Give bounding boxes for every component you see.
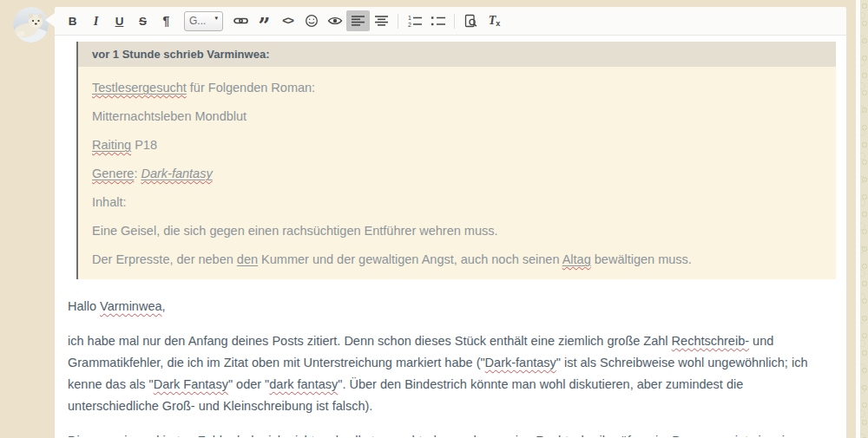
text-run: Die von mir markierten Fehler habe ich n… <box>68 434 806 437</box>
link-button[interactable] <box>229 10 253 31</box>
ordered-list-icon: 1 2 <box>408 15 422 27</box>
page-search-icon <box>464 14 477 28</box>
paragraph: Inhalt: <box>92 193 822 211</box>
svg-text:2: 2 <box>408 22 411 27</box>
paragraph: Raiting P18 <box>92 136 822 154</box>
svg-text:1: 1 <box>408 15 411 21</box>
text-run: für Folgenden Roman: <box>187 81 315 95</box>
page-background-pattern <box>860 0 868 438</box>
comment-bubble-tail <box>45 13 55 27</box>
quote-button[interactable]: ” <box>253 10 276 31</box>
toolbar-separator <box>454 14 455 29</box>
preview-button[interactable] <box>323 10 346 31</box>
marked-word: Genere <box>92 167 134 180</box>
user-avatar[interactable] <box>13 7 49 42</box>
text-run: Hallo <box>68 299 100 313</box>
marked-word: Raiting <box>92 138 131 152</box>
paragraph: Mitternachtsleben Mondblut <box>92 108 822 125</box>
align-center-button[interactable] <box>370 10 393 31</box>
quote-citation-header[interactable]: vor 1 Stunde schrieb Varminwea: <box>78 42 836 67</box>
paragraph: Genere: Dark-fantasy <box>92 165 822 182</box>
marked-word: Dark-fantasy <box>485 356 556 369</box>
reply-text: Hallo Varminwea,ich habe mal nur den Anf… <box>68 296 836 437</box>
text-run: P18 <box>131 138 157 152</box>
text-run: Kummer und der gewaltigen Angst, auch no… <box>258 252 562 266</box>
remove-format-x: x <box>496 19 500 28</box>
polar-bear-photo-avatar <box>13 7 49 42</box>
text-run: Inhalt: <box>92 195 127 209</box>
text-run: , <box>162 299 166 313</box>
font-size-value: G... <box>189 15 206 27</box>
paragraph: Eine Geisel, die sich gegen einen rachsü… <box>92 222 822 239</box>
chain-link-icon <box>233 14 248 28</box>
marked-word: Varminwea <box>100 299 161 313</box>
quoted-post: vor 1 Stunde schrieb Varminwea: Testlese… <box>76 42 836 279</box>
editor-toolbar: B I U S ¶ G... ▾ ” <> <box>55 7 846 36</box>
text-run: Der Erpresste, der neben <box>92 252 237 266</box>
text-run: ich habe mal nur den Anfang deines Posts… <box>68 334 672 348</box>
align-left-button[interactable] <box>346 10 370 31</box>
font-size-dropdown[interactable]: G... ▾ <box>184 11 223 31</box>
text-run: " oder " <box>228 377 269 391</box>
paragraph: ich habe mal nur den Anfang deines Posts… <box>68 330 836 417</box>
code-button[interactable]: <> <box>276 10 299 31</box>
emoji-button[interactable] <box>299 10 323 31</box>
marked-word: dark fantasy <box>269 377 338 391</box>
unordered-list-icon <box>431 15 445 27</box>
page-search-button[interactable] <box>459 10 483 31</box>
underline-button[interactable]: U <box>108 10 131 31</box>
marked-word: den <box>237 252 258 266</box>
eye-icon <box>327 15 343 27</box>
paragraph: Die von mir markierten Fehler habe ich n… <box>68 430 836 437</box>
align-left-icon <box>352 15 365 27</box>
marked-word: Testlesergesucht <box>92 81 187 95</box>
smiley-icon <box>305 14 319 28</box>
unordered-list-button[interactable] <box>426 10 450 31</box>
caret-down-icon: ▾ <box>214 15 218 22</box>
remove-format-T: T <box>489 14 496 28</box>
paragraph: Der Erpresste, der neben den Kummer und … <box>92 251 822 268</box>
text-run: bewältigen muss. <box>591 252 692 266</box>
marked-word: Altag <box>562 252 591 266</box>
marked-word: Dark Fantasy <box>154 377 228 391</box>
align-center-icon <box>375 15 388 27</box>
text-run: Mitternachtsleben Mondblut <box>92 109 247 123</box>
toolbar-separator <box>398 14 398 29</box>
paragraph: Hallo Varminwea, <box>68 296 836 317</box>
remove-format-button[interactable]: Tx <box>483 10 506 31</box>
editor-content[interactable]: vor 1 Stunde schrieb Varminwea: Testlese… <box>55 36 846 437</box>
quote-body: Testlesergesucht für Folgenden Roman:Mit… <box>78 67 836 279</box>
paragraph: Testlesergesucht für Folgenden Roman: <box>92 79 822 96</box>
text-run: Eine Geisel, die sich gegen einen rachsü… <box>92 224 498 238</box>
ordered-list-button[interactable]: 1 2 <box>403 10 426 31</box>
italic-button[interactable]: I <box>84 10 108 31</box>
bold-button[interactable]: B <box>61 10 84 31</box>
marked-word: Rechtschreib- <box>672 334 749 348</box>
marked-word: Dark-fantasy <box>141 167 212 180</box>
post-editor: B I U S ¶ G... ▾ ” <> <box>55 7 846 438</box>
strikethrough-button[interactable]: S <box>131 10 155 31</box>
paragraph-format-button[interactable]: ¶ <box>155 10 178 31</box>
